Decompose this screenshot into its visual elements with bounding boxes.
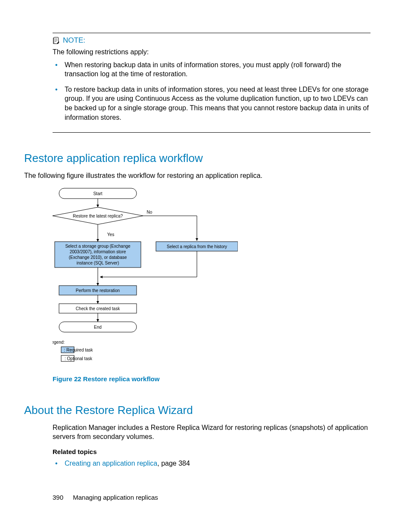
related-topic-suffix: , page 384	[157, 460, 190, 467]
flow-start-label: Start	[93, 191, 102, 196]
page-footer: 390 Managing application replicas	[53, 493, 158, 502]
flowchart-svg: Start Restore the latest replica? No Yes…	[53, 187, 238, 368]
document-page: NOTE: The following restrictions apply: …	[0, 0, 411, 532]
section2-body: Replication Manager includes a Restore R…	[53, 423, 371, 468]
flow-select-history-label: Select a replica from the history	[167, 244, 227, 249]
section-heading-wizard: About the Restore Replica Wizard	[24, 403, 371, 418]
note-intro: The following restrictions apply:	[53, 47, 371, 57]
note-label: NOTE:	[63, 36, 85, 46]
flow-yes-label: Yes	[107, 232, 114, 236]
related-topics-list: Creating an application replica, page 38…	[53, 459, 371, 468]
section-heading-workflow: Restore application replica workflow	[24, 151, 371, 166]
footer-chapter: Managing application replicas	[73, 494, 158, 501]
note-bullet-item: To restore backup data in units of infor…	[53, 85, 371, 122]
related-topics-heading: Related topics	[53, 448, 371, 456]
figure-caption: Figure 22 Restore replica workflow	[53, 375, 371, 383]
section2-para: Replication Manager includes a Restore R…	[53, 423, 371, 442]
workflow-figure: Start Restore the latest replica? No Yes…	[53, 187, 371, 384]
note-icon	[53, 37, 60, 44]
legend-required-label: : Required task	[64, 347, 93, 352]
note-bullet-item: When restoring backup data in units of i…	[53, 60, 371, 79]
legend-title: Legend:	[53, 339, 65, 344]
flow-select-sg-line1: Select a storage group (Exchange	[65, 243, 131, 248]
note-heading: NOTE:	[53, 36, 371, 46]
flow-select-sg-line3: (Exchange 2010), or database	[69, 255, 127, 259]
related-topic-link[interactable]: Creating an application replica	[65, 460, 157, 467]
legend-optional-label: : Optional task	[65, 356, 93, 361]
flow-perform-label: Perform the restoration	[76, 288, 120, 292]
flow-check-label: Check the created task	[76, 306, 120, 311]
related-topic-item: Creating an application replica, page 38…	[53, 459, 371, 468]
flow-end-label: End	[94, 324, 102, 329]
note-bullet-list: When restoring backup data in units of i…	[53, 60, 371, 122]
note-block: NOTE: The following restrictions apply: …	[53, 33, 371, 133]
flow-no-label: No	[147, 209, 153, 214]
flow-decision-label: Restore the latest replica?	[73, 213, 123, 218]
page-number: 390	[53, 494, 63, 501]
flow-select-sg-line4: instance (SQL Server)	[77, 260, 119, 265]
section1-intro: The following figure illustrates the wor…	[24, 171, 371, 180]
flow-select-sg-line2: 2003/2007), information store	[70, 249, 126, 254]
